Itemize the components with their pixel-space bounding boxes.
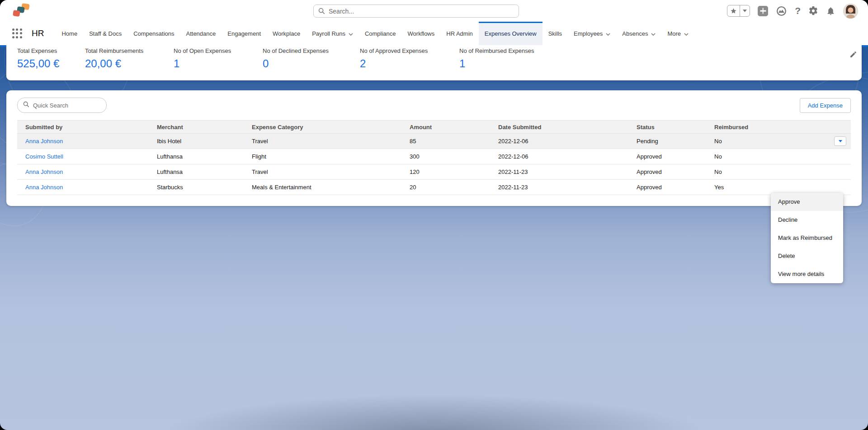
- cell-date: 2022-12-06: [490, 153, 628, 160]
- menu-item-mark-as-reimbursed[interactable]: Mark as Reimbursed: [771, 229, 843, 247]
- global-search-input[interactable]: [329, 8, 514, 15]
- stat-label: Total Expenses: [17, 47, 85, 54]
- tab-workflows[interactable]: Workflows: [402, 22, 441, 45]
- tab-home[interactable]: Home: [56, 22, 83, 45]
- cell-merchant: Lufthansa: [149, 168, 244, 175]
- tab-label: Staff & Docs: [89, 30, 122, 37]
- tab-label: Expenses Overview: [485, 30, 537, 37]
- nav-tabs: HomeStaff & DocsCompensationsAttendanceE…: [56, 22, 694, 45]
- tab-absences[interactable]: Absences: [616, 22, 661, 45]
- app-window: ? HR HomeStaff & DocsCompensationsAttend…: [0, 0, 868, 430]
- column-header-submitted-by[interactable]: Submitted by: [17, 124, 149, 131]
- cell-submitted-by: Anna Johnson: [17, 138, 149, 145]
- cell-amount: 20: [401, 184, 490, 191]
- row-actions-dropdown-button[interactable]: [834, 136, 846, 146]
- add-expense-button[interactable]: Add Expense: [800, 98, 851, 113]
- stat-label: No of Reimbursed Expenses: [459, 47, 563, 54]
- quick-search[interactable]: [17, 98, 107, 113]
- cell-amount: 300: [401, 153, 490, 160]
- cell-amount: 120: [401, 168, 490, 175]
- tab-label: Skills: [548, 30, 562, 37]
- tab-bar: HR HomeStaff & DocsCompensationsAttendan…: [0, 22, 868, 45]
- cell-reimbursed: No: [706, 138, 815, 145]
- favorites-button[interactable]: [727, 5, 750, 17]
- stat-label: No of Open Expenses: [174, 47, 263, 54]
- cell-status: Approved: [628, 153, 706, 160]
- column-header-reimbursed[interactable]: Reimbursed: [706, 124, 815, 131]
- tab-employees[interactable]: Employees: [568, 22, 616, 45]
- tab-attendance[interactable]: Attendance: [180, 22, 222, 45]
- table-row: Cosimo SuttellLufthansaFlight3002022-12-…: [17, 149, 851, 164]
- edit-pencil-icon[interactable]: [849, 51, 857, 60]
- tab-label: Employees: [574, 30, 603, 37]
- search-icon: [318, 8, 325, 14]
- trailhead-icon[interactable]: [776, 5, 787, 17]
- star-icon[interactable]: [727, 5, 740, 16]
- cell-merchant: Ibis Hotel: [149, 138, 244, 145]
- stat-value: 1: [459, 57, 563, 70]
- search-icon: [23, 101, 29, 109]
- table-body: Anna JohnsonIbis HotelTravel852022-12-06…: [17, 134, 851, 195]
- cell-amount: 85: [401, 138, 490, 145]
- tab-label: Workflows: [408, 30, 435, 37]
- menu-item-decline[interactable]: Decline: [771, 211, 843, 229]
- submitted-by-link[interactable]: Anna Johnson: [25, 184, 63, 191]
- header-actions: ?: [727, 0, 858, 22]
- stat-value: 525,00 €: [17, 57, 85, 70]
- tab-hr-admin[interactable]: HR Admin: [440, 22, 479, 45]
- stat-no-of-open-expenses: No of Open Expenses1: [174, 47, 263, 70]
- tab-compensations[interactable]: Compensations: [127, 22, 180, 45]
- cell-category: Travel: [244, 168, 401, 175]
- help-icon[interactable]: ?: [795, 5, 801, 16]
- stat-label: Total Reimbursements: [85, 47, 174, 54]
- tab-skills[interactable]: Skills: [542, 22, 568, 45]
- quick-search-input[interactable]: [33, 102, 101, 109]
- submitted-by-link[interactable]: Anna Johnson: [25, 138, 63, 145]
- submitted-by-link[interactable]: Cosimo Suttell: [25, 153, 63, 160]
- column-header-expense-category[interactable]: Expense Category: [244, 124, 401, 131]
- tab-compliance[interactable]: Compliance: [359, 22, 402, 45]
- cell-status: Pending: [628, 138, 706, 145]
- tab-workplace[interactable]: Workplace: [267, 22, 306, 45]
- chevron-down-icon: [606, 30, 610, 37]
- cell-date: 2022-11-23: [490, 168, 628, 175]
- setup-gear-icon[interactable]: [808, 6, 818, 16]
- tab-label: Absences: [622, 30, 648, 37]
- menu-item-view-more-details[interactable]: View more details: [771, 265, 843, 283]
- tab-more[interactable]: More: [661, 22, 694, 45]
- cell-status: Approved: [628, 168, 706, 175]
- cell-status: Approved: [628, 184, 706, 191]
- cell-category: Meals & Entertainment: [244, 184, 401, 191]
- menu-item-delete[interactable]: Delete: [771, 247, 843, 265]
- cell-category: Travel: [244, 138, 401, 145]
- column-header-status[interactable]: Status: [628, 124, 706, 131]
- row-action-menu: ApproveDeclineMark as ReimbursedDeleteVi…: [771, 193, 843, 283]
- menu-item-approve[interactable]: Approve: [771, 193, 843, 211]
- cell-category: Flight: [244, 153, 401, 160]
- table-row: Anna JohnsonIbis HotelTravel852022-12-06…: [17, 134, 851, 149]
- stat-no-of-reimbursed-expenses: No of Reimbursed Expenses1: [459, 47, 563, 70]
- chevron-down-icon: [684, 30, 689, 37]
- stat-total-expenses: Total Expenses525,00 €: [17, 47, 85, 70]
- stat-no-of-declined-expenses: No of Declined Expenses0: [263, 47, 360, 70]
- cell-reimbursed: Yes: [706, 184, 815, 191]
- tab-engagement[interactable]: Engagement: [222, 22, 267, 45]
- expenses-table-card: Add Expense Submitted byMerchantExpense …: [6, 90, 862, 206]
- column-header-date-submitted[interactable]: Date Submitted: [490, 124, 628, 131]
- tab-expenses-overview[interactable]: Expenses Overview: [479, 22, 542, 45]
- app-name: HR: [32, 28, 44, 38]
- notifications-bell-icon[interactable]: [826, 6, 835, 16]
- submitted-by-link[interactable]: Anna Johnson: [25, 168, 63, 175]
- user-avatar[interactable]: [843, 4, 858, 19]
- expenses-table: Submitted byMerchantExpense CategoryAmou…: [17, 120, 851, 195]
- favorites-caret-icon[interactable]: [740, 5, 750, 16]
- tab-label: More: [667, 30, 681, 37]
- quick-create-icon[interactable]: [758, 6, 768, 16]
- app-launcher-icon[interactable]: [11, 27, 24, 40]
- tab-payroll-runs[interactable]: Payroll Runs: [306, 22, 359, 45]
- column-header-amount[interactable]: Amount: [401, 124, 490, 131]
- column-header-merchant[interactable]: Merchant: [149, 124, 244, 131]
- global-search[interactable]: [313, 5, 519, 18]
- stat-label: No of Declined Expenses: [263, 47, 360, 54]
- tab-staff-docs[interactable]: Staff & Docs: [83, 22, 127, 45]
